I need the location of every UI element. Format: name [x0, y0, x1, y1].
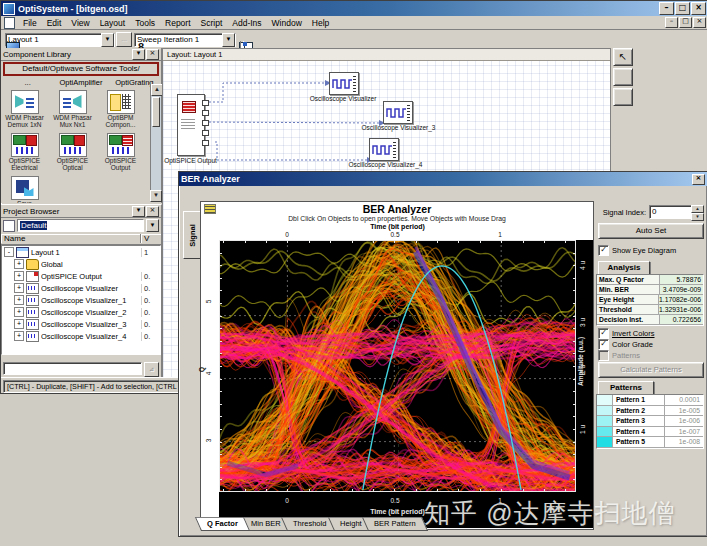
column-value[interactable]: V	[141, 234, 161, 243]
browser-search-button[interactable]: ⊿	[144, 362, 159, 377]
optispice-output-component[interactable]	[177, 94, 205, 156]
close-icon[interactable]: ×	[146, 49, 159, 60]
menu-report[interactable]: Report	[160, 18, 196, 28]
tree-row[interactable]: + Global	[2, 258, 160, 270]
menu-help[interactable]: Help	[307, 18, 334, 28]
menu-file[interactable]: File	[18, 18, 42, 28]
output-port[interactable]	[202, 140, 209, 146]
menu-layout[interactable]: Layout	[95, 18, 131, 28]
browser-search-input[interactable]	[3, 362, 142, 375]
oscilloscope-visualizer-4-component[interactable]	[369, 138, 399, 161]
checkbox-icon[interactable]: ✓	[598, 245, 609, 256]
pin-icon[interactable]: ▾	[132, 49, 145, 60]
library-item[interactable]: OptiBPM Compon...	[97, 87, 144, 130]
pin-icon[interactable]: ▾	[132, 206, 145, 217]
library-item[interactable]: WDM Phasar Mux Nx1	[49, 87, 96, 130]
layout-combobox[interactable]: Layout 1 ▼	[5, 33, 115, 47]
menu-edit[interactable]: Edit	[42, 18, 67, 28]
checkbox-icon[interactable]: ✓	[598, 328, 609, 339]
select-tool-button[interactable]: ↖	[613, 48, 633, 66]
output-port[interactable]	[202, 130, 209, 136]
output-port[interactable]	[202, 110, 209, 116]
library-item[interactable]: WDM Phasar Demux 1xN	[1, 87, 48, 130]
chevron-down-icon[interactable]: ▼	[146, 219, 159, 232]
signal-tab[interactable]: Signal	[183, 211, 201, 259]
component-library-titlebar[interactable]: Component Library ▾ ×	[1, 48, 161, 61]
auto-set-button[interactable]: Auto Set	[598, 223, 704, 239]
child-close-icon[interactable]: ×	[693, 17, 706, 28]
scroll-down-icon[interactable]: ▼	[150, 190, 162, 202]
patterns-checkbox: Patterns	[598, 350, 640, 361]
child-minimize-icon[interactable]: –	[665, 17, 678, 28]
library-item[interactable]: OptiSPICE Electrical	[1, 130, 48, 173]
tree-row[interactable]: + Oscilloscope Visualizer_3 0.	[2, 318, 160, 330]
layout-properties-button[interactable]: …	[116, 32, 132, 47]
output-port[interactable]	[202, 100, 209, 106]
checkbox-icon[interactable]: ✓	[598, 339, 609, 350]
toolbar: Layout 1 ▼ … Sweep Iteration 1 ▼	[1, 30, 707, 50]
y-right-tick: 4 u	[579, 261, 586, 270]
library-scrollbar[interactable]: ▲ ▼	[150, 84, 161, 202]
tree-row[interactable]: + Oscilloscope Visualizer 0.	[2, 282, 160, 294]
library-item[interactable]: OptiSPICE Optical	[49, 130, 96, 173]
tree-row[interactable]: + Oscilloscope Visualizer_1 0.	[2, 294, 160, 306]
sweep-combobox[interactable]: Sweep Iteration 1 ▼	[134, 33, 236, 47]
oscilloscope-visualizer-3-component[interactable]	[383, 101, 413, 124]
menu-addins[interactable]: Add-Ins	[227, 18, 266, 28]
tree-row[interactable]: + OptiSPICE Output 0.	[2, 270, 160, 282]
close-icon[interactable]: ×	[146, 206, 159, 217]
library-item[interactable]: OptiSPICE Output	[97, 130, 144, 173]
library-tab-back[interactable]: ...	[1, 78, 54, 87]
output-port[interactable]	[202, 120, 209, 126]
expander-icon[interactable]: +	[14, 307, 24, 317]
spinner-down-icon[interactable]: ▼	[691, 213, 704, 221]
color-grade-checkbox[interactable]: ✓ Color Grade	[598, 339, 653, 350]
column-name[interactable]: Name	[1, 234, 141, 243]
project-browser-titlebar[interactable]: Project Browser ▾ ×	[1, 205, 161, 218]
palette-tool-button[interactable]	[613, 68, 633, 86]
expander-icon[interactable]: +	[14, 331, 24, 341]
expander-icon[interactable]: +	[14, 319, 24, 329]
oscilloscope-visualizer-component[interactable]	[329, 72, 359, 95]
library-path-header[interactable]: Default/Optiwave Software Tools/	[3, 62, 159, 76]
browser-filter-combobox[interactable]: Default	[17, 219, 144, 232]
library-grid: WDM Phasar Demux 1xN WDM Phasar Mux Nx1 …	[1, 87, 161, 203]
maximize-icon[interactable]: □	[675, 2, 690, 15]
menu-script[interactable]: Script	[196, 18, 228, 28]
app-titlebar[interactable]: OptiSystem - [bitgen.osd] – □ ×	[1, 1, 707, 16]
tree-row[interactable]: + Oscilloscope Visualizer_4 0.	[2, 330, 160, 342]
analysis-row: Decision Inst. 0.722656	[597, 315, 703, 325]
palette-tool-button[interactable]	[613, 88, 633, 106]
expander-icon[interactable]: +	[14, 271, 24, 281]
minimize-icon[interactable]: –	[659, 2, 674, 15]
analysis-row: Min. BER 3.4709e-009	[597, 285, 703, 295]
tree-row[interactable]: - Layout 1 1	[2, 246, 160, 258]
menu-view[interactable]: View	[66, 18, 94, 28]
expander-icon[interactable]: +	[14, 259, 24, 269]
ber-titlebar[interactable]: BER Analyzer ×	[179, 172, 707, 186]
expander-icon[interactable]: +	[14, 295, 24, 305]
chevron-down-icon[interactable]: ▼	[222, 33, 235, 47]
layout-tab-label[interactable]: Layout: Layout 1	[163, 49, 610, 61]
show-eye-diagram-checkbox[interactable]: ✓ Show Eye Diagram	[598, 245, 676, 256]
invert-colors-checkbox[interactable]: ✓ Invert Colors	[598, 328, 655, 339]
spice-chip-icon	[182, 101, 196, 113]
component-library-panel: Component Library ▾ × Default/Optiwave S…	[1, 48, 162, 203]
eye-diagram-plot[interactable]: BER Analyzer Dbl Click On Objects to ope…	[200, 201, 594, 530]
child-restore-icon[interactable]: □	[679, 17, 692, 28]
spinner-up-icon[interactable]: ▲	[691, 205, 704, 213]
signal-index-input[interactable]: 0	[649, 205, 693, 219]
library-tab-optiamplifier[interactable]: OptiAmplifier	[54, 78, 107, 87]
menu-window[interactable]: Window	[267, 18, 307, 28]
tree-row[interactable]: + Oscilloscope Visualizer_2 0.	[2, 306, 160, 318]
close-icon[interactable]: ×	[691, 2, 706, 15]
eye-diagram-canvas[interactable]	[219, 240, 576, 492]
library-item[interactable]: Save	[1, 173, 48, 203]
menu-tools[interactable]: Tools	[130, 18, 160, 28]
ber-result-tab[interactable]: BER Pattern	[362, 517, 428, 531]
expander-icon[interactable]: -	[4, 247, 14, 257]
ber-result-tab[interactable]: Q Factor	[195, 517, 250, 531]
close-icon[interactable]: ×	[692, 174, 705, 185]
chevron-down-icon[interactable]: ▼	[101, 33, 114, 47]
expander-icon[interactable]: +	[14, 283, 24, 293]
